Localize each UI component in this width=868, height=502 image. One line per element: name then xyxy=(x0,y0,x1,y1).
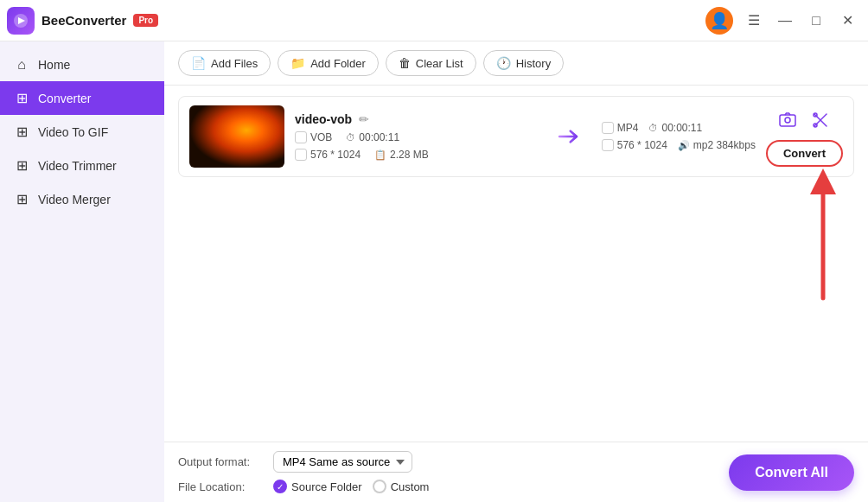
source-size: 📋 2.28 MB xyxy=(374,149,429,161)
source-folder-radio[interactable]: Source Folder xyxy=(273,480,362,493)
convert-all-button[interactable]: Convert All xyxy=(729,454,854,491)
sidebar: ⌂ Home ⊞ Converter ⊞ Video To GIF ⊞ Vide… xyxy=(0,41,164,502)
custom-label: Custom xyxy=(391,480,430,493)
convert-arrow xyxy=(546,121,591,152)
svg-point-2 xyxy=(785,118,790,123)
custom-radio-dot xyxy=(373,480,386,493)
window-controls: ☰ — □ ✕ xyxy=(740,7,861,35)
close-button[interactable]: ✕ xyxy=(833,7,861,35)
add-files-button[interactable]: 📄 Add Files xyxy=(178,50,271,76)
output-format-select[interactable]: MP4 Same as source xyxy=(273,451,412,473)
file-actions: Convert xyxy=(766,107,843,167)
format-checkbox[interactable] xyxy=(295,131,307,143)
minimize-button[interactable]: — xyxy=(771,7,799,35)
content-area: 📄 Add Files 📁 Add Folder 🗑 Clear List 🕐 … xyxy=(164,41,868,502)
output-resolution: 576 * 1024 xyxy=(602,139,667,151)
output-clock-icon: ⏱ xyxy=(648,123,658,133)
file-size-icon: 📋 xyxy=(374,149,386,161)
resolution-checkbox[interactable] xyxy=(295,149,307,161)
output-format-checkbox[interactable] xyxy=(602,122,614,134)
add-folder-icon: 📁 xyxy=(290,56,305,70)
sidebar-item-video-trimmer[interactable]: ⊞ Video Trimmer xyxy=(0,149,164,182)
sidebar-item-label: Video Trimmer xyxy=(38,159,117,173)
toolbar: 📄 Add Files 📁 Add Folder 🗑 Clear List 🕐 … xyxy=(164,41,868,86)
output-res-row: 576 * 1024 🔊 mp2 384kbps xyxy=(602,139,756,151)
svg-rect-1 xyxy=(780,115,795,126)
output-format-label: Output format: xyxy=(178,455,265,468)
clear-list-button[interactable]: 🗑 Clear List xyxy=(386,50,476,76)
file-name: video-vob xyxy=(295,112,352,126)
snapshot-button[interactable] xyxy=(775,107,801,133)
radio-group: Source Folder Custom xyxy=(273,480,429,493)
source-duration: ⏱ 00:00:11 xyxy=(346,131,399,143)
custom-radio[interactable]: Custom xyxy=(373,480,430,493)
source-format: VOB xyxy=(295,131,332,143)
output-format-row: MP4 ⏱ 00:00:11 xyxy=(602,122,756,134)
sidebar-item-label: Video Merger xyxy=(38,193,111,207)
source-folder-radio-dot xyxy=(273,480,287,493)
file-meta-row: VOB ⏱ 00:00:11 xyxy=(295,131,536,143)
maximize-button[interactable]: □ xyxy=(802,7,830,35)
sidebar-item-home[interactable]: ⌂ Home xyxy=(0,48,164,81)
edit-icon[interactable]: ✏ xyxy=(359,112,369,126)
output-info: MP4 ⏱ 00:00:11 576 * 1024 🔊 xyxy=(602,122,756,151)
action-icons-row xyxy=(775,107,833,133)
file-list-area: video-vob ✏ VOB ⏱ 00:00:11 xyxy=(164,86,868,442)
sidebar-item-video-to-gif[interactable]: ⊞ Video To GIF xyxy=(0,115,164,149)
output-format-row: Output format: MP4 Same as source xyxy=(178,451,429,473)
add-folder-button[interactable]: 📁 Add Folder xyxy=(278,50,379,76)
main-layout: ⌂ Home ⊞ Converter ⊞ Video To GIF ⊞ Vide… xyxy=(0,41,868,502)
history-icon: 🕐 xyxy=(496,56,511,70)
sidebar-item-video-merger[interactable]: ⊞ Video Merger xyxy=(0,182,164,216)
bottom-left: Output format: MP4 Same as source File L… xyxy=(178,451,429,493)
output-format: MP4 xyxy=(602,122,639,134)
convert-button[interactable]: Convert xyxy=(766,140,843,167)
history-button[interactable]: 🕐 History xyxy=(483,50,564,76)
file-location-label: File Location: xyxy=(178,480,265,493)
thumbnail-image xyxy=(189,105,284,168)
source-info: video-vob ✏ VOB ⏱ 00:00:11 xyxy=(295,112,536,161)
converter-icon: ⊞ xyxy=(14,90,29,106)
output-res-checkbox[interactable] xyxy=(602,139,614,151)
clear-list-icon: 🗑 xyxy=(399,56,411,70)
source-folder-label: Source Folder xyxy=(291,480,362,493)
add-files-icon: 📄 xyxy=(191,56,206,70)
file-location-row: File Location: Source Folder Custom xyxy=(178,480,429,493)
gif-icon: ⊞ xyxy=(14,124,29,140)
bottom-bar: Output format: MP4 Same as source File L… xyxy=(164,442,868,502)
app-name: BeeConverter xyxy=(41,13,126,28)
source-resolution: 576 * 1024 xyxy=(295,149,361,161)
red-arrow-annotation xyxy=(797,168,849,310)
menu-button[interactable]: ☰ xyxy=(740,7,768,35)
file-item: video-vob ✏ VOB ⏱ 00:00:11 xyxy=(178,96,854,177)
cut-button[interactable] xyxy=(807,107,833,133)
user-avatar[interactable]: 👤 xyxy=(705,7,733,35)
sidebar-item-label: Converter xyxy=(38,92,91,105)
merger-icon: ⊞ xyxy=(14,191,29,207)
output-audio: 🔊 mp2 384kbps xyxy=(678,139,756,151)
app-logo xyxy=(7,7,35,35)
home-icon: ⌂ xyxy=(14,57,29,73)
title-bar: BeeConverter Pro 👤 ☰ — □ ✕ xyxy=(0,0,868,41)
file-name-row: video-vob ✏ xyxy=(295,112,536,126)
output-duration: ⏱ 00:00:11 xyxy=(648,122,702,134)
trimmer-icon: ⊞ xyxy=(14,157,29,174)
file-thumbnail xyxy=(189,105,284,168)
sidebar-item-label: Home xyxy=(38,58,70,72)
clock-icon: ⏱ xyxy=(346,132,355,143)
file-meta-row-2: 576 * 1024 📋 2.28 MB xyxy=(295,149,536,161)
sidebar-item-converter[interactable]: ⊞ Converter xyxy=(0,81,164,115)
audio-icon: 🔊 xyxy=(678,140,690,151)
sidebar-item-label: Video To GIF xyxy=(38,125,108,139)
pro-badge: Pro xyxy=(133,14,158,27)
